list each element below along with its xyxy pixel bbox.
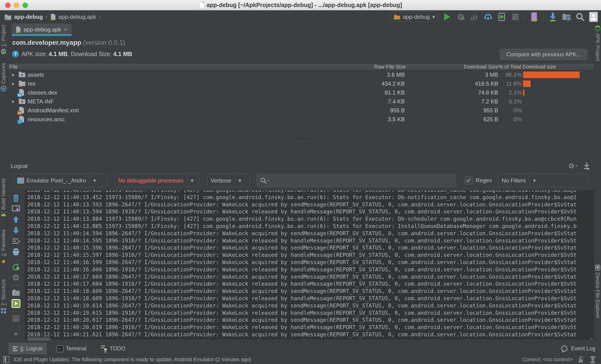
log-line: 2018-12-12 11:40:13.884 15973-15989/? I/… [27,215,594,223]
soft-wrap-button[interactable] [11,236,21,246]
chevron-down-icon: ▼ [432,15,435,19]
scroll-up-button[interactable] [11,215,21,224]
scroll-to-end-button[interactable] [11,204,21,213]
breadcrumb-file[interactable]: app-debug.apk [59,14,96,20]
breadcrumb-module[interactable]: app-debug [14,14,43,20]
info-icon: i [12,51,19,57]
sidebar-item-captures[interactable]: Captures [0,63,7,92]
close-icon[interactable]: ✕ [63,27,68,33]
zoom-window-button[interactable] [22,3,28,8]
sidebar-item-device-file-explorer[interactable]: Device File Explorer [594,265,601,319]
tab-terminal[interactable]: >_ Terminal [52,343,91,355]
sidebar-item-structure[interactable]: 7: Structure [0,279,7,314]
event-log-button[interactable]: Event Log [561,345,595,353]
download-android-icon [549,12,557,22]
sidebar-item-apk-project[interactable]: APK Project [594,25,601,61]
run-button[interactable] [443,12,452,21]
chevron-down-icon: ▼ [93,179,96,183]
log-level-select[interactable]: Verbose ▼ [207,174,250,187]
device-select[interactable]: Emulator Pixel_-_Andro ▼ [14,174,107,187]
folder-icon [18,71,26,79]
tab-todo[interactable]: TODO [96,343,130,355]
profile-avatar[interactable] [589,12,598,22]
percent: 2.1% [498,89,522,96]
print-button[interactable] [11,247,21,257]
strip-divider [12,260,20,260]
column-header-download-size[interactable]: Download Size [407,64,498,70]
logcat-settings-gear-button[interactable]: ⚙ [11,273,21,282]
run-configuration-select[interactable]: app-debug ▼ [391,12,438,22]
screen-record-button[interactable] [11,299,21,308]
search-history-caret-icon[interactable]: ▾ [267,179,269,182]
logcat-console[interactable]: 2018-12-12 11:40:13.452 15973-15989/? I/… [25,191,594,340]
table-row[interactable]: ▶ 01 classes.dex 81.1 KB 74.8 KB 2.1% [7,88,594,97]
stop-disabled-button[interactable] [11,314,21,323]
regex-checkbox[interactable]: ✓ [465,176,473,184]
compare-apk-button[interactable]: Compare with previous APK... [500,49,587,60]
sidebar-item-project[interactable]: 1: Project [0,25,7,55]
logcat-export-button[interactable] [583,162,590,170]
device-manager-icon [562,13,571,21]
tab-logcat[interactable]: 6: Logcat [9,343,47,355]
screen-record-icon [11,299,21,308]
tab-app-debug-apk[interactable]: app-debug.apk ✕ [12,23,72,36]
download-size: 625 B [407,116,498,123]
avd-manager-button[interactable] [562,12,571,21]
attach-debugger-button[interactable] [530,12,539,21]
status-message[interactable]: IDE and Plugin Updates: The following co… [14,356,251,363]
tool-window-toggle-icon[interactable] [3,356,9,363]
stripe-label: APK Project [595,33,601,61]
sidebar-item-build-variants[interactable]: Build Variants [0,178,7,217]
unlocked-padlock-icon[interactable] [578,356,584,363]
window-title-group: app-debug [~/ApkProjects/app-debug] - ..… [199,2,402,9]
column-header-raw-size[interactable]: Raw File Size [313,64,407,70]
log-line: 2018-12-12 11:40:13.885 15973-15989/? I/… [27,223,594,230]
profile-button[interactable] [470,12,479,21]
file-name: resources.arsc [28,116,65,123]
document-proxy-icon [199,2,204,8]
minimize-window-button[interactable] [14,3,19,8]
expand-arrow-icon[interactable]: ▶ [10,82,16,86]
apply-changes-button[interactable] [497,12,506,21]
sidebar-item-favorites[interactable]: 2: Favorites ★ [0,229,7,265]
expand-arrow-icon[interactable]: ▶ [10,73,16,77]
todo-icon [100,345,108,353]
sdk-manager-button[interactable] [548,12,557,21]
clear-logcat-button[interactable] [11,193,21,203]
table-row[interactable]: ▶ res 434.2 KB 416.5 KB 11.6% [7,79,594,88]
column-header-percent[interactable]: % of Total Download size [498,64,594,70]
event-log-icon [561,345,568,353]
search-everywhere-button[interactable] [576,12,585,21]
scroll-down-button[interactable] [11,226,21,235]
percent: 11.6% [498,80,522,87]
logcat-settings-button[interactable]: ⚙ ▾ [568,162,577,170]
file-name: AndroidManifest.xml [28,107,79,114]
debug-button[interactable]: ⚙ [456,12,465,21]
restart-logcat-button[interactable] [11,262,21,271]
table-row[interactable]: ▶ <> AndroidManifest.xml 955 B 955 B 0% [7,106,594,115]
file-name: assets [28,72,44,78]
stop-button[interactable] [511,12,520,21]
logcat-search-input[interactable]: ▾ [257,174,456,187]
process-select[interactable]: No debuggable processes ▼ [115,174,200,187]
logcat-tab-icon [13,346,18,351]
down-arrow-icon [12,227,20,234]
table-row[interactable]: ▶ META-INF 7.4 KB 7.2 KB 0.2% [7,97,594,106]
inspections-profile-icon[interactable] [589,355,596,364]
folder-icon [18,97,26,105]
profile-bars-icon [471,13,479,21]
profiler-button[interactable] [484,12,492,21]
search-icon [260,178,266,184]
expand-arrow-icon[interactable]: ▶ [10,99,16,104]
horizontal-scrollbar[interactable] [27,337,51,341]
percent: 0.2% [498,98,522,105]
table-row[interactable]: ▶ assets 3.6 MB 3 MB 86.1% [7,70,594,79]
table-row[interactable]: ▶ ? resources.arsc 3.5 KB 625 B 0% [7,115,594,124]
splitter-grip-icon[interactable]: ····· [296,139,309,143]
screenshot-button[interactable] [11,288,21,297]
close-window-button[interactable] [5,3,10,8]
more-actions-button[interactable]: » [11,329,21,338]
log-line: 2018-12-12 11:40:13.593 1896-2647/? I/Gn… [27,201,594,208]
column-header-file[interactable]: File [7,64,313,70]
filters-select[interactable]: No Filters ▼ [498,174,588,187]
